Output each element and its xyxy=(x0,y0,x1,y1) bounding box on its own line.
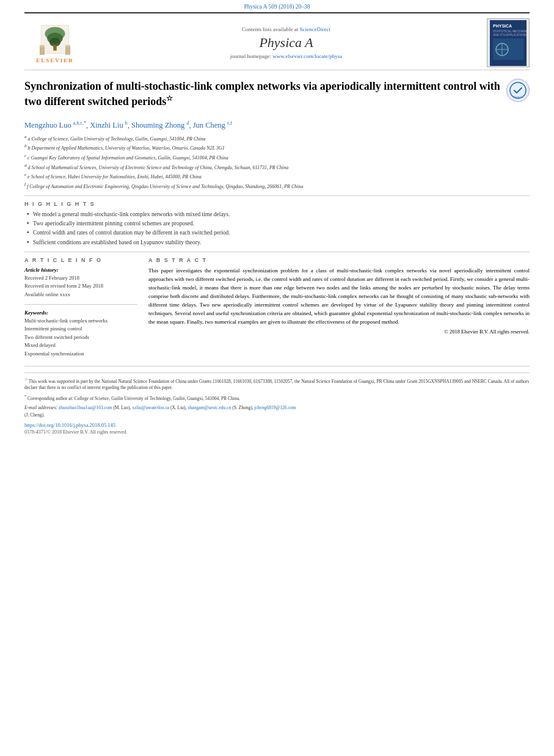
issn-text: 0378-4371/© 2018 Elsevier B.V. All right… xyxy=(24,429,530,435)
physica-cover-icon: PHYSICA STATISTICAL MECHANICS AND ITS AP… xyxy=(490,20,527,66)
email-cheng[interactable]: jcheng6819@126.com xyxy=(254,405,296,410)
check-updates-icon: Check for xyxy=(509,82,527,99)
abstract-header: A B S T R A C T xyxy=(148,257,530,263)
authors-line: Mengzhuo Luo a,b,c,*, Xinzhi Liu b, Shou… xyxy=(24,120,530,130)
revised-date: Received in revised form 2 May 2018 xyxy=(24,282,137,291)
journal-thumbnail: PHYSICA STATISTICAL MECHANICS AND ITS AP… xyxy=(487,18,530,67)
journal-reference: Physica A 509 (2018) 20–38 xyxy=(0,0,554,12)
main-content: Synchronization of multi-stochastic-link… xyxy=(24,70,530,366)
highlight-item-4: Sufficient conditions are established ba… xyxy=(24,239,530,247)
email-zhong[interactable]: zhangam@uestc.edu.cn xyxy=(188,405,231,410)
available-date: Available online xxxx xyxy=(24,291,137,299)
article-history: Article history: Received 2 February 201… xyxy=(24,267,137,299)
elsevier-tree-icon xyxy=(34,23,76,56)
abstract-text: This paper investigates the exponential … xyxy=(148,267,530,327)
svg-rect-6 xyxy=(65,46,70,54)
corresponding-footnote: * Corresponding author at: College of Sc… xyxy=(24,394,530,402)
article-info-col: A R T I C L E I N F O Article history: R… xyxy=(24,257,137,358)
article-title: Synchronization of multi-stochastic-link… xyxy=(24,79,500,109)
svg-rect-5 xyxy=(40,46,44,54)
highlights-section: H I G H L I G H T S We model a general m… xyxy=(24,201,530,247)
highlights-list: We model a general multi-stochastic-link… xyxy=(24,211,530,247)
affiliation-c: c c Guangxi Key Laboratory of Spatial In… xyxy=(24,153,530,162)
article-title-block: Synchronization of multi-stochastic-link… xyxy=(24,79,500,114)
sciencedirect-label: Contents lists available at ScienceDirec… xyxy=(86,26,487,32)
affiliation-a: a a College of Science, Guilin Universit… xyxy=(24,134,530,143)
email-luo[interactable]: zhuozhuo1hua1ua@163.com xyxy=(59,405,112,410)
affiliation-b: b b Department of Applied Mathematics, U… xyxy=(24,143,530,152)
keyword-1: Multi-stochastic-link complex networks xyxy=(24,317,137,325)
journal-info-center: Contents lists available at ScienceDirec… xyxy=(86,26,487,59)
journal-name-title: Physica A xyxy=(86,35,487,51)
received-date: Received 2 February 2018 xyxy=(24,274,137,283)
abstract-col: A B S T R A C T This paper investigates … xyxy=(148,257,530,358)
affiliation-e: e e School of Science, Hubei University … xyxy=(24,172,530,181)
divider-3 xyxy=(24,366,530,366)
affiliation-d: d d School of Mathematical Sciences, Uni… xyxy=(24,162,530,172)
doi-section: https://doi.org/10.1016/j.physa.2018.05.… xyxy=(24,418,530,435)
keyword-3: Two different switched periods xyxy=(24,333,137,342)
two-col-section: A R T I C L E I N F O Article history: R… xyxy=(24,257,530,358)
journal-homepage: journal homepage: www.elsevier.com/locat… xyxy=(86,53,487,59)
elsevier-logo: ELSEVIER xyxy=(24,23,86,64)
highlights-header: H I G H L I G H T S xyxy=(24,201,530,207)
keyword-2: Intermittent pinning control xyxy=(24,325,137,333)
star-footnote: ☆ This work was supported in part by the… xyxy=(24,377,530,391)
highlight-item-2: Two aperiodically intermittent pinning c… xyxy=(24,220,530,228)
svg-text:AND ITS APPLICATIONS: AND ITS APPLICATIONS xyxy=(493,33,527,37)
elsevier-brand-label: ELSEVIER xyxy=(36,57,74,64)
check-for-updates-badge: Check for xyxy=(506,79,530,102)
svg-text:Check for: Check for xyxy=(512,95,523,98)
divider-2 xyxy=(24,252,530,252)
footer-section: ☆ This work was supported in part by the… xyxy=(24,373,530,418)
affiliation-f: f f College of Automation and Electronic… xyxy=(24,181,530,191)
history-label: Article history: xyxy=(24,267,137,273)
keywords-section: Keywords: Multi-stochastic-link complex … xyxy=(24,310,137,358)
keywords-label: Keywords: xyxy=(24,310,137,316)
article-info-header: A R T I C L E I N F O xyxy=(24,257,137,263)
highlight-item-1: We model a general multi-stochastic-link… xyxy=(24,211,530,219)
email-liu[interactable]: xzliu@uwaterloo.ca xyxy=(133,405,169,410)
svg-rect-4 xyxy=(53,45,57,50)
sciencedirect-link[interactable]: ScienceDirect xyxy=(300,26,330,32)
title-star: ☆ xyxy=(166,94,173,103)
svg-text:PHYSICA: PHYSICA xyxy=(493,24,512,28)
copyright-notice: © 2018 Elsevier B.V. All rights reserved… xyxy=(148,329,530,335)
divider-1 xyxy=(24,195,530,196)
doi-link[interactable]: https://doi.org/10.1016/j.physa.2018.05.… xyxy=(24,422,530,428)
keyword-5: Exponential synchronization xyxy=(24,350,137,358)
homepage-url-link[interactable]: www.elsevier.com/locate/physa xyxy=(272,53,342,59)
keyword-4: Mixed delayed xyxy=(24,341,137,350)
divider-left xyxy=(24,304,137,305)
article-header: Synchronization of multi-stochastic-link… xyxy=(24,79,530,114)
svg-rect-7 xyxy=(40,45,44,47)
email-footnote: E-mail addresses: zhuozhuo1hua1ua@163.co… xyxy=(24,404,530,418)
svg-rect-8 xyxy=(65,45,70,47)
journal-header: ELSEVIER Contents lists available at Sci… xyxy=(24,13,530,70)
highlight-item-3: Control width and rates of control durat… xyxy=(24,229,530,237)
affiliations-block: a a College of Science, Guilin Universit… xyxy=(24,134,530,191)
